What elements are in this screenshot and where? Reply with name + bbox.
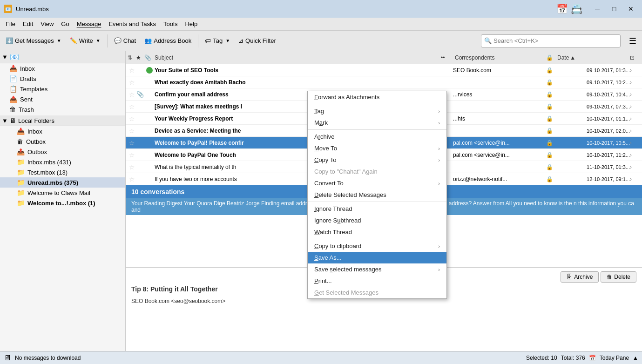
- expand-icon[interactable]: ›: [630, 164, 640, 170]
- ctx-save-selected[interactable]: Save selected messages ›: [308, 263, 446, 275]
- tag-dropdown[interactable]: ▼: [225, 38, 230, 43]
- star-icon[interactable]: ☆: [128, 67, 136, 74]
- star-icon[interactable]: ☆: [128, 91, 136, 98]
- col-header-date[interactable]: Date ▲: [555, 54, 630, 61]
- search-box[interactable]: 🔍: [481, 34, 621, 47]
- star-icon[interactable]: ☆: [128, 175, 136, 183]
- star-icon[interactable]: ☆: [128, 151, 136, 159]
- lock-icon: 🔒: [546, 115, 555, 122]
- contacts-icon[interactable]: 📇: [571, 3, 582, 14]
- sidebar-item-drafts[interactable]: 📄 Drafts: [0, 74, 125, 84]
- expand-icon[interactable]: ›: [630, 176, 640, 182]
- today-pane-icon[interactable]: 📅: [589, 355, 596, 361]
- col-sort-icon[interactable]: ⇅: [128, 54, 136, 61]
- sidebar-item-unread-mbs[interactable]: 📁 Unread.mbs (375): [0, 177, 125, 188]
- expand-icon[interactable]: ›: [630, 128, 640, 134]
- menu-file[interactable]: File: [2, 19, 19, 29]
- delete-button[interactable]: 🗑 Delete: [601, 271, 636, 283]
- sidebar-item-trash[interactable]: 🗑 Trash: [0, 104, 125, 115]
- sidebar-item-inbox-local[interactable]: 📥 Inbox: [0, 126, 125, 136]
- expand-icon[interactable]: ›: [630, 152, 640, 158]
- menu-go[interactable]: Go: [57, 19, 73, 29]
- col-header-lock[interactable]: 🔒: [546, 54, 555, 61]
- context-menu: Forward as Attachments Tag › Mark › Arch…: [307, 91, 447, 299]
- col-header-oo[interactable]: ••: [439, 54, 453, 61]
- date-sort-arrow: ▲: [570, 54, 575, 61]
- col-attach-header[interactable]: 📎: [144, 54, 153, 61]
- expand-icon[interactable]: ›: [630, 103, 640, 110]
- expand-icon[interactable]: ›: [630, 79, 640, 86]
- ctx-mark[interactable]: Mark ›: [308, 117, 446, 128]
- ctx-watch-thread[interactable]: Watch Thread: [308, 226, 446, 238]
- menu-events-tasks[interactable]: Events and Tasks: [105, 19, 160, 29]
- sidebar-item-welcome-mbox[interactable]: 📁 Welcome to...!.mbox (1): [0, 198, 125, 208]
- maximize-button[interactable]: □: [607, 2, 622, 15]
- sidebar-item-templates[interactable]: 📋 Templates: [0, 84, 125, 94]
- star-icon[interactable]: ☆: [128, 139, 136, 147]
- get-messages-dropdown[interactable]: ▼: [57, 38, 61, 43]
- ctx-tag[interactable]: Tag ›: [308, 105, 446, 117]
- column-headers: ⇅ ★ 📎 Subject •• Correspondents 🔒 Date ▲…: [126, 51, 642, 64]
- chat-button[interactable]: 💬 Chat: [110, 33, 140, 49]
- ctx-print[interactable]: Print...: [308, 275, 446, 287]
- write-dropdown[interactable]: ▼: [96, 38, 101, 43]
- ctx-convert-to-label: Convert To: [314, 180, 344, 187]
- sidebar-item-inbox[interactable]: 📥 Inbox: [0, 63, 125, 74]
- tag-button[interactable]: 🏷 Tag ▼: [201, 33, 234, 49]
- ctx-copy-to[interactable]: Copy To ›: [308, 154, 446, 166]
- archive-button[interactable]: 🗄 Archive: [561, 271, 599, 283]
- menu-help[interactable]: Help: [181, 19, 201, 29]
- ctx-delete-selected[interactable]: Delete Selected Messages: [308, 189, 446, 201]
- col-star-header[interactable]: ★: [136, 54, 144, 61]
- star-icon[interactable]: ☆: [128, 79, 136, 86]
- write-button[interactable]: ✏️ Write ▼: [66, 33, 104, 49]
- account-header[interactable]: ▼ 📧: [0, 51, 125, 63]
- ctx-convert-to[interactable]: Convert To ›: [308, 177, 446, 189]
- ctx-forward-attachments[interactable]: Forward as Attachments: [308, 91, 446, 103]
- address-book-button[interactable]: 👥 Address Book: [141, 33, 195, 49]
- ctx-save-as[interactable]: Save As...: [308, 252, 446, 263]
- menu-message[interactable]: Message: [73, 19, 105, 29]
- ctx-copy-clipboard[interactable]: Copy to clipboard ›: [308, 240, 446, 252]
- search-input[interactable]: [493, 37, 617, 44]
- sidebar-item-inbox-mbs[interactable]: 📁 Inbox.mbs (431): [0, 157, 125, 167]
- star-icon[interactable]: ☆: [128, 115, 136, 122]
- star-icon[interactable]: ☆: [128, 127, 136, 135]
- menu-view[interactable]: View: [37, 19, 57, 29]
- col-header-expand[interactable]: ⊡: [630, 54, 640, 61]
- local-folders-header[interactable]: ▼ 🖥 Local Folders: [0, 115, 125, 126]
- menu-edit[interactable]: Edit: [19, 19, 37, 29]
- sent-icon: 📤: [9, 95, 17, 103]
- expand-icon[interactable]: ›: [630, 140, 640, 146]
- ctx-move-to[interactable]: Move To ›: [308, 142, 446, 154]
- sidebar-item-trash-local[interactable]: 🗑 Outbox: [0, 136, 125, 147]
- minimize-button[interactable]: ─: [590, 2, 605, 15]
- sidebar-item-welcome-claws[interactable]: 📁 Welcome to Claws Mail: [0, 188, 125, 198]
- ctx-copy-to-chahat[interactable]: Copy to "Chahat" Again: [308, 166, 446, 177]
- col-header-subject[interactable]: Subject: [153, 54, 439, 61]
- ctx-ignore-thread[interactable]: Ignore Thread: [308, 203, 446, 215]
- ctx-ignore-subthread[interactable]: Ignore Subthread: [308, 215, 446, 226]
- expand-icon[interactable]: ›: [630, 115, 640, 122]
- table-row[interactable]: ☆ What exactly does Amitabh Bacho 🔒 09-1…: [126, 76, 642, 88]
- sidebar-item-outbox[interactable]: 📤 Outbox: [0, 147, 125, 157]
- expand-icon[interactable]: ›: [630, 91, 640, 98]
- get-messages-button[interactable]: ⬇️ Get Messages ▼: [2, 33, 65, 49]
- ctx-get-selected[interactable]: Get Selected Messages: [308, 287, 446, 298]
- expand-icon[interactable]: ›: [630, 67, 640, 74]
- star-icon[interactable]: ☆: [128, 163, 136, 171]
- menu-tools[interactable]: Tools: [160, 19, 181, 29]
- sidebar-item-test-mbox[interactable]: 📁 Test.mbox (13): [0, 167, 125, 177]
- col-header-correspondents[interactable]: Correspondents: [453, 54, 546, 61]
- sidebar-item-sent[interactable]: 📤 Sent: [0, 94, 125, 104]
- ctx-archive[interactable]: Archive: [308, 131, 446, 142]
- star-icon[interactable]: ☆: [128, 103, 136, 110]
- table-row[interactable]: ☆ Your Suite of SEO Tools SEO Book.com 🔒…: [126, 64, 642, 76]
- today-pane-label[interactable]: Today Pane: [600, 355, 629, 361]
- quick-filter-button[interactable]: ⊿ Quick Filter: [235, 33, 280, 49]
- hamburger-menu[interactable]: ☰: [625, 34, 640, 48]
- calendar-icon[interactable]: 📅: [556, 3, 568, 14]
- local-folders-icon: 🖥: [10, 117, 16, 124]
- today-pane-arrow[interactable]: ▲: [633, 355, 638, 361]
- close-button[interactable]: ✕: [623, 2, 638, 15]
